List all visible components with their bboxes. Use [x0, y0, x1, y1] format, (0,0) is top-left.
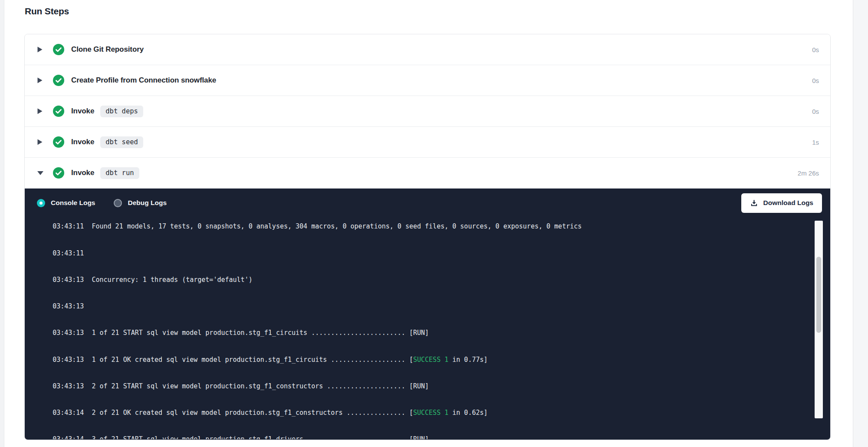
log-timestamp: 03:43:13 [53, 302, 92, 310]
console-scrollbar[interactable] [815, 221, 823, 418]
log-line: 03:43:13 1 of 21 OK created sql view mod… [37, 346, 830, 373]
log-message: 1 of 21 OK created sql view model produc… [92, 356, 487, 364]
step-label: Clone Git Repository [71, 45, 144, 54]
log-line: 03:43:11 [37, 240, 830, 266]
check-circle-icon [53, 106, 64, 117]
log-timestamp: 03:43:13 [53, 329, 92, 337]
run-step-row[interactable]: Invoke dbt seed 1s [25, 127, 830, 158]
log-tab-label: Console Logs [51, 199, 95, 207]
log-line: 03:43:14 3 of 21 START sql view model pr… [37, 426, 830, 439]
run-steps-card: Clone Git Repository 0s Create Profile f… [24, 34, 831, 440]
run-step-row[interactable]: Create Profile from Connection snowflake… [25, 65, 830, 96]
page-title: Run Steps [25, 6, 69, 17]
step-label: Invoke [71, 107, 94, 116]
log-timestamp: 03:43:13 [53, 382, 92, 390]
check-circle-icon [53, 44, 64, 55]
log-message: Found 21 models, 17 tests, 0 snapshots, … [92, 222, 582, 230]
download-logs-button[interactable]: Download Logs [741, 193, 822, 213]
check-circle-icon [53, 75, 64, 86]
log-message: Concurrency: 1 threads (target='default'… [92, 276, 252, 284]
log-timestamp: 03:43:11 [53, 249, 92, 257]
log-lines: 03:43:11 Found 21 models, 17 tests, 0 sn… [25, 217, 830, 439]
log-line: 03:43:13 1 of 21 START sql view model pr… [37, 320, 830, 346]
log-message: 3 of 21 START sql view model production.… [92, 435, 429, 439]
console-header: Console Logs Debug Logs Download Logs [25, 189, 830, 217]
log-timestamp: 03:43:13 [53, 356, 92, 364]
chevron-right-icon[interactable] [37, 46, 44, 53]
log-tab-label: Debug Logs [128, 199, 167, 207]
step-command-chip: dbt run [100, 167, 139, 179]
log-message: 2 of 21 START sql view model production.… [92, 382, 429, 390]
right-gutter [853, 0, 868, 447]
run-steps-screen: Run Steps Clone Git Repository 0s Create… [0, 0, 868, 447]
log-timestamp: 03:43:14 [53, 435, 92, 439]
step-duration: 1s [812, 139, 819, 146]
chevron-right-icon[interactable] [37, 108, 44, 114]
step-command-chip: dbt seed [100, 136, 143, 148]
step-label: Invoke [71, 138, 94, 146]
check-circle-icon [53, 167, 64, 179]
log-timestamp: 03:43:14 [53, 409, 92, 417]
step-label: Create Profile from Connection snowflake [71, 76, 216, 85]
step-duration: 2m 26s [798, 169, 819, 177]
log-line: 03:43:11 Found 21 models, 17 tests, 0 sn… [37, 217, 830, 240]
step-label: Invoke [71, 169, 94, 177]
run-step-row[interactable]: Invoke dbt run 2m 26s [25, 158, 830, 189]
log-line: 03:43:13 [37, 293, 830, 320]
chevron-right-icon[interactable] [37, 139, 44, 145]
log-message: 1 of 21 START sql view model production.… [92, 329, 429, 337]
log-type-switcher: Console Logs Debug Logs [37, 199, 185, 207]
step-duration: 0s [812, 108, 819, 115]
log-line: 03:43:14 2 of 21 OK created sql view mod… [37, 400, 830, 426]
tab-console-logs[interactable]: Console Logs [37, 199, 95, 207]
log-message: 2 of 21 OK created sql view model produc… [92, 409, 487, 417]
run-step-row[interactable]: Invoke dbt deps 0s [25, 96, 830, 127]
chevron-down-icon[interactable] [37, 171, 44, 175]
step-duration: 0s [812, 46, 819, 53]
download-logs-label: Download Logs [763, 199, 813, 207]
step-duration: 0s [812, 77, 819, 84]
tab-debug-logs[interactable]: Debug Logs [114, 199, 167, 207]
radio-icon[interactable] [37, 199, 45, 207]
check-circle-icon [53, 136, 64, 148]
log-timestamp: 03:43:11 [53, 222, 92, 230]
radio-icon[interactable] [114, 199, 122, 207]
step-command-chip: dbt deps [100, 106, 143, 117]
console-panel: Console Logs Debug Logs Download Logs [25, 189, 830, 440]
console-scrollbar-thumb[interactable] [816, 257, 821, 333]
log-line: 03:43:13 Concurrency: 1 threads (target=… [37, 266, 830, 293]
left-gutter [0, 0, 4, 447]
download-icon [750, 199, 758, 207]
run-steps-list: Clone Git Repository 0s Create Profile f… [25, 34, 830, 189]
console-log-output[interactable]: 03:43:11 Found 21 models, 17 tests, 0 sn… [25, 217, 830, 439]
log-line: 03:43:13 2 of 21 START sql view model pr… [37, 373, 830, 399]
chevron-right-icon[interactable] [37, 77, 44, 83]
run-step-row[interactable]: Clone Git Repository 0s [25, 34, 830, 65]
log-timestamp: 03:43:13 [53, 276, 92, 284]
